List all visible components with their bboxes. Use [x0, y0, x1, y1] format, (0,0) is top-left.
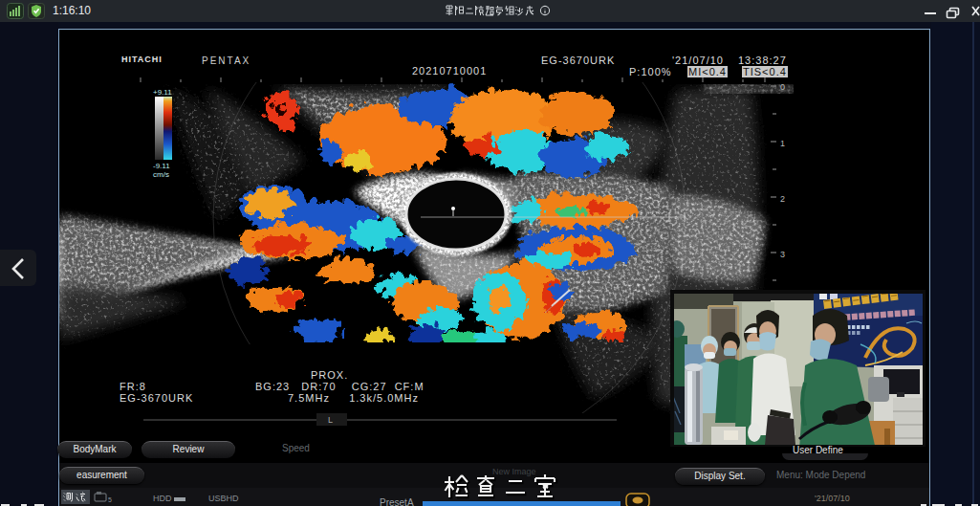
- svg-text:5: 5: [108, 496, 112, 503]
- svg-text:1: 1: [780, 139, 785, 148]
- svg-text:L: L: [328, 415, 333, 425]
- svg-text:3: 3: [780, 250, 785, 259]
- svg-text:cm/s: cm/s: [153, 170, 169, 179]
- svg-text:+9.11: +9.11: [153, 88, 172, 97]
- svg-text:-9.11: -9.11: [153, 162, 170, 170]
- svg-text:2: 2: [780, 194, 785, 204]
- svg-text:0: 0: [780, 82, 785, 92]
